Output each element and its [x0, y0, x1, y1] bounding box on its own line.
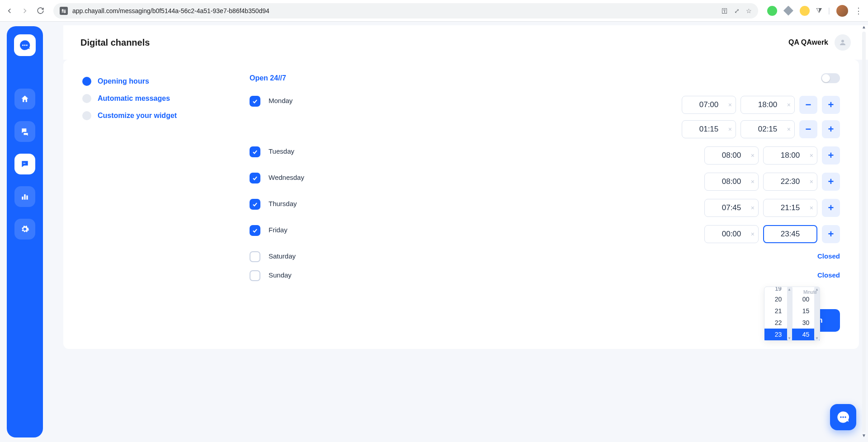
day-row-thursday: Thursday 07:45× 21:15× +	[250, 199, 840, 217]
open-247-toggle[interactable]	[821, 73, 840, 83]
clear-icon[interactable]: ×	[810, 204, 813, 212]
add-slot-button[interactable]: +	[822, 199, 840, 217]
clear-icon[interactable]: ×	[810, 178, 813, 185]
time-from-input[interactable]: 08:00×	[704, 173, 759, 191]
time-to-input[interactable]: 18:00×	[763, 146, 817, 165]
nav-messages[interactable]	[14, 121, 35, 142]
time-to-input[interactable]: 23:45	[763, 225, 817, 243]
svg-point-9	[844, 416, 846, 418]
star-icon[interactable]: ☆	[746, 7, 752, 14]
day-row-wednesday: Wednesday 08:00× 22:30× +	[250, 173, 840, 191]
step-label: Opening hours	[98, 77, 149, 85]
nav-settings[interactable]	[14, 219, 35, 240]
day-checkbox[interactable]	[250, 96, 260, 107]
add-slot-button[interactable]: +	[822, 96, 840, 114]
time-to-input[interactable]: 02:15×	[741, 120, 795, 138]
hours-panel: Open 24//7 Monday 07:00× 18:00×	[250, 73, 840, 289]
clear-icon[interactable]: ×	[787, 101, 791, 108]
minute-header: Minute	[803, 290, 817, 295]
day-label: Friday	[269, 225, 359, 234]
time-from-input[interactable]: 07:00×	[682, 96, 736, 114]
scroll-down-icon[interactable]: ▼	[815, 336, 819, 340]
day-label: Wednesday	[269, 173, 359, 181]
extension-icon[interactable]	[783, 6, 793, 16]
day-row-friday: Friday 00:00× 23:45 +	[250, 225, 840, 243]
day-label: Sunday	[269, 270, 359, 279]
day-checkbox[interactable]	[250, 225, 260, 236]
site-info-icon[interactable]: ⇆	[60, 7, 68, 15]
scroll-down-icon[interactable]: ▼	[788, 336, 791, 340]
time-picker-dropdown: 19 20 21 22 23 ▲ ▼ Minute	[764, 287, 820, 341]
day-checkbox[interactable]	[250, 146, 260, 157]
time-from-input[interactable]: 01:15×	[682, 120, 736, 138]
time-from-input[interactable]: 08:00×	[704, 146, 759, 165]
clear-icon[interactable]: ×	[810, 152, 813, 159]
scroll-down-icon[interactable]: ▼	[861, 433, 867, 439]
profile-avatar[interactable]	[836, 5, 848, 17]
closed-label: Closed	[817, 270, 840, 279]
day-checkbox[interactable]	[250, 199, 260, 210]
page-scrollbar[interactable]: ▲ ▼	[861, 24, 867, 439]
browser-toolbar: ⇆ app.chayall.com/messaging/b0f5144a-56c…	[0, 0, 868, 22]
reload-icon[interactable]	[36, 7, 44, 15]
day-checkbox[interactable]	[250, 251, 260, 262]
closed-label: Closed	[817, 251, 840, 260]
page-header: Digital channels QA QAwerk	[63, 25, 868, 60]
clear-icon[interactable]: ×	[751, 204, 755, 212]
svg-point-1	[24, 44, 25, 46]
day-checkbox[interactable]	[250, 173, 260, 183]
scroll-up-icon[interactable]: ▲	[861, 24, 867, 31]
menu-icon[interactable]: ⋮	[854, 6, 863, 16]
step-label: Customize your widget	[98, 112, 177, 120]
day-row-sunday: Sunday Closed	[250, 270, 840, 281]
chat-fab[interactable]	[830, 404, 856, 430]
add-slot-button[interactable]: +	[822, 173, 840, 191]
scrollbar[interactable]	[814, 287, 820, 340]
remove-slot-button[interactable]: −	[799, 96, 817, 114]
hour-column[interactable]: 19 20 21 22 23 ▲ ▼	[764, 287, 792, 340]
install-icon[interactable]: ⤢	[734, 7, 740, 14]
add-slot-button[interactable]: +	[822, 146, 840, 165]
day-row-tuesday: Tuesday 08:00× 18:00× +	[250, 146, 840, 165]
add-slot-button[interactable]: +	[822, 120, 840, 138]
svg-rect-4	[24, 194, 25, 200]
time-to-input[interactable]: 22:30×	[763, 173, 817, 191]
back-icon[interactable]	[5, 7, 14, 15]
time-to-input[interactable]: 21:15×	[763, 199, 817, 217]
add-slot-button[interactable]: +	[822, 225, 840, 243]
remove-slot-button[interactable]: −	[799, 120, 817, 138]
step-opening-hours[interactable]: Opening hours	[82, 77, 231, 86]
clear-icon[interactable]: ×	[728, 101, 732, 108]
time-from-input[interactable]: 00:00×	[704, 225, 759, 243]
app-logo[interactable]	[14, 34, 36, 56]
nav-home[interactable]	[14, 89, 35, 109]
step-customize-widget[interactable]: Customize your widget	[82, 111, 231, 120]
day-row-monday: Monday 07:00× 18:00× − + 01:15×	[250, 96, 840, 138]
clear-icon[interactable]: ×	[728, 126, 732, 133]
forward-icon[interactable]	[21, 7, 29, 15]
clear-icon[interactable]: ×	[751, 230, 755, 238]
svg-point-6	[841, 40, 844, 42]
user-avatar[interactable]	[835, 34, 851, 51]
sidebar	[0, 22, 45, 442]
clear-icon[interactable]: ×	[787, 126, 791, 133]
clear-icon[interactable]: ×	[751, 178, 755, 185]
extension-icon[interactable]	[767, 6, 777, 16]
clear-icon[interactable]: ×	[751, 152, 755, 159]
extensions-icon[interactable]: ⧩	[816, 7, 822, 15]
svg-rect-5	[26, 196, 28, 200]
step-automatic-messages[interactable]: Automatic messages	[82, 94, 231, 103]
time-to-input[interactable]: 18:00×	[741, 96, 795, 114]
address-bar[interactable]: ⇆ app.chayall.com/messaging/b0f5144a-56c…	[53, 3, 758, 19]
minute-column[interactable]: Minute 00 15 30 45 ▲ ▼	[792, 287, 820, 340]
day-label: Monday	[269, 96, 359, 104]
nav-channels[interactable]	[14, 154, 35, 174]
day-checkbox[interactable]	[250, 270, 260, 281]
step-dot-icon	[82, 111, 91, 120]
extension-icon[interactable]	[800, 6, 810, 16]
scroll-up-icon[interactable]: ▲	[788, 287, 791, 291]
user-name: QA QAwerk	[788, 38, 828, 47]
nav-stats[interactable]	[14, 186, 35, 207]
key-icon[interactable]: ⚿	[722, 7, 728, 14]
time-from-input[interactable]: 07:45×	[704, 199, 759, 217]
